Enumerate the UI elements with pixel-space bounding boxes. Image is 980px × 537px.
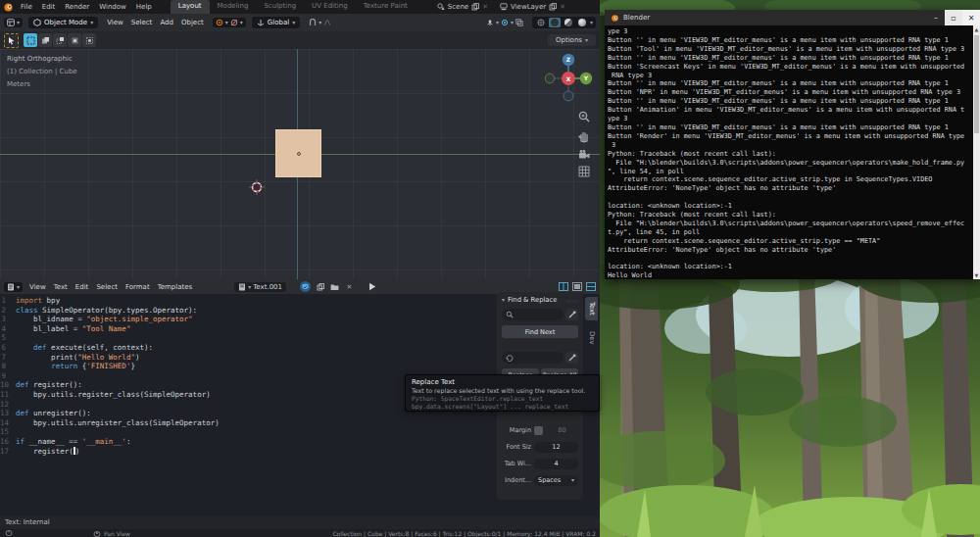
menu-window[interactable]: Window	[94, 3, 131, 11]
editor-layout-toggle-icon[interactable]	[559, 282, 568, 291]
fullscreen-area-icon[interactable]	[572, 282, 582, 291]
active-tool-tweak[interactable]	[4, 33, 19, 48]
workspace-tab-sculpting[interactable]: Sculpting	[256, 0, 304, 14]
setting-value-indent-[interactable]: Spaces	[534, 475, 578, 486]
code-area[interactable]: 1import bpy2class SimpleOperator(bpy.typ…	[0, 296, 220, 456]
select-invert-tool[interactable]	[68, 33, 81, 47]
text-menu-text[interactable]: Text	[51, 283, 71, 291]
sidebar-tab-dev[interactable]: Dev	[585, 326, 598, 349]
replace-input[interactable]	[502, 352, 564, 364]
transform-orientation-selector[interactable]: Global	[252, 17, 300, 28]
text-menu-edit[interactable]: Edit	[73, 283, 92, 291]
unlink-text-icon[interactable]: ✕	[344, 281, 355, 292]
zoom-tool-icon[interactable]	[577, 110, 591, 123]
scrollbar-thumb[interactable]	[974, 35, 979, 133]
unlink-scene-icon[interactable]: ✕	[482, 3, 488, 11]
new-viewlayer-icon[interactable]	[549, 3, 557, 11]
rendered-shading-icon[interactable]	[578, 19, 586, 26]
workspace-tab-modeling[interactable]: Modeling	[210, 0, 257, 14]
workspace-tab-layout[interactable]: Layout	[171, 0, 210, 14]
viewport-menu-add[interactable]: Add	[157, 19, 176, 26]
scroll-down-icon[interactable]: ▼	[973, 271, 980, 279]
select-subtract-tool[interactable]	[53, 33, 67, 47]
select-extend-tool[interactable]	[38, 33, 52, 47]
console-log-line: RNA type 3	[608, 72, 973, 80]
new-text-icon[interactable]	[315, 281, 325, 292]
navigation-gizmo[interactable]: Z Y X	[543, 52, 594, 103]
line-number: 6	[0, 343, 16, 353]
text-datablock[interactable]: Text.001	[234, 282, 286, 292]
solid-shading-active[interactable]	[549, 18, 561, 27]
line-number: 8	[0, 362, 16, 371]
panel-drag-handle-icon[interactable]: ::::	[566, 297, 578, 304]
options-button[interactable]: Options	[548, 34, 596, 46]
camera-view-icon[interactable]	[577, 148, 591, 162]
select-box-tool[interactable]	[24, 33, 37, 47]
viewport-3d[interactable]: Right Orthographic (1) Collection | Cube…	[0, 49, 600, 279]
scroll-up-icon[interactable]: ▲	[973, 25, 980, 33]
text-menu-view[interactable]: View	[26, 283, 49, 291]
pan-hand-icon[interactable]	[577, 129, 591, 143]
editor-corner-icon[interactable]	[586, 282, 596, 291]
editor-type-selector-text[interactable]	[4, 282, 23, 292]
falloff-curve-icon	[323, 19, 331, 26]
menu-file[interactable]: File	[16, 3, 37, 11]
console-log-line: location: <unknown location>:-1	[608, 202, 973, 211]
viewport-menu-select[interactable]: Select	[128, 19, 156, 26]
wireframe-shading-icon[interactable]	[537, 19, 545, 26]
viewlayer-name[interactable]: ViewLayer	[511, 3, 546, 11]
shading-mode-cluster[interactable]	[532, 17, 596, 28]
console-titlebar[interactable]: Blender – ▫ ✕	[605, 10, 980, 25]
replace-eyedropper-icon[interactable]	[565, 352, 578, 364]
mode-selector[interactable]: Object Mode	[28, 17, 98, 28]
sidebar-tab-text[interactable]: Text	[585, 297, 598, 320]
viewlayer-selector[interactable]: ViewLayer ✕	[500, 3, 565, 11]
menu-render[interactable]: Render	[60, 3, 94, 11]
material-shading-icon[interactable]	[564, 19, 572, 26]
editor-type-selector[interactable]	[4, 18, 23, 27]
toggle-grid-icon[interactable]	[577, 165, 591, 178]
find-eyedropper-icon[interactable]	[565, 309, 578, 320]
maximize-button[interactable]: ▫	[945, 10, 962, 25]
console-title-text: Blender	[623, 14, 650, 22]
console-log-line: t.py", line 45, in poll	[608, 228, 973, 237]
line-number: 7	[0, 353, 16, 363]
new-scene-icon[interactable]	[471, 3, 479, 11]
gizmo-axis-y-neg[interactable]	[545, 73, 555, 83]
workspace-tab-uv-editing[interactable]: UV Editing	[304, 0, 356, 14]
viewport-menu-view[interactable]: View	[104, 19, 126, 26]
pivot-snap-cluster[interactable]	[213, 18, 246, 27]
text-menu-templates[interactable]: Templates	[155, 283, 196, 291]
line-number: 4	[0, 324, 16, 334]
scene-statistics: Collection | Cube | Verts:8 | Faces:6 | …	[332, 530, 596, 537]
setting-value-font-siz[interactable]: 12	[534, 442, 578, 453]
scene-name[interactable]: Scene	[448, 3, 468, 11]
setting-value-tab-wi-[interactable]: 4	[534, 459, 578, 469]
text-menu-format[interactable]: Format	[122, 283, 153, 291]
open-text-folder-icon[interactable]	[329, 281, 340, 292]
minimize-button[interactable]: –	[927, 10, 945, 25]
snap-cluster[interactable]	[306, 18, 334, 27]
setting-value-margin[interactable]: 80	[546, 425, 578, 436]
viewport-menu-object[interactable]: Object	[178, 19, 207, 26]
fake-user-shield-icon[interactable]	[300, 281, 311, 292]
find-next-button[interactable]: Find Next	[502, 325, 578, 338]
find-replace-panel-header[interactable]: Find & Replace ::::	[497, 292, 583, 306]
menu-help[interactable]: Help	[131, 3, 157, 11]
blender-main-window: FileEditRenderWindowHelp LayoutModelingS…	[0, 0, 600, 537]
scene-selector[interactable]: Scene ✕	[437, 3, 488, 11]
menu-edit[interactable]: Edit	[37, 3, 61, 11]
find-input[interactable]	[502, 309, 564, 320]
run-script-icon[interactable]	[367, 281, 377, 292]
text-menu-select[interactable]: Select	[93, 283, 121, 291]
gizmo-overlay-cluster[interactable]	[483, 18, 526, 27]
blender-logo-icon[interactable]	[3, 2, 14, 13]
select-intersect-tool[interactable]	[82, 33, 96, 47]
remove-viewlayer-icon[interactable]: ✕	[560, 3, 565, 11]
close-button[interactable]: ✕	[962, 10, 980, 25]
gizmo-axis-z-neg[interactable]	[564, 91, 573, 101]
margin-checkbox[interactable]	[534, 426, 543, 435]
cube-object[interactable]	[275, 129, 321, 177]
console-scrollbar[interactable]: ▲ ▼	[973, 25, 980, 279]
workspace-tab-texture-paint[interactable]: Texture Paint	[356, 0, 416, 14]
